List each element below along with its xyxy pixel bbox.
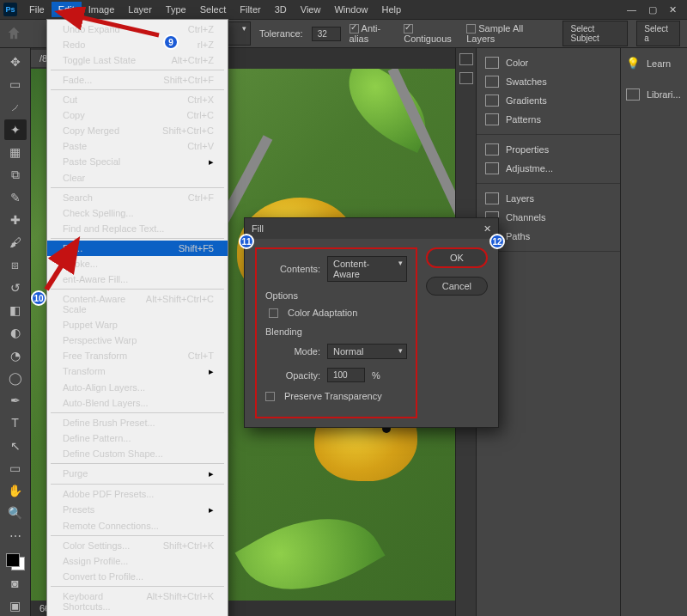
menu-select[interactable]: Select — [193, 2, 234, 17]
path-select-icon[interactable]: ↖ — [4, 436, 27, 456]
mi-copy[interactable]: CopyCtrl+C — [47, 107, 228, 123]
mi-keyboard-shortcuts[interactable]: Keyboard Shortcuts...Alt+Shift+Ctrl+K — [47, 589, 228, 614]
pen-tool-icon[interactable]: ✒ — [4, 390, 27, 411]
menu-window[interactable]: Window — [327, 2, 374, 17]
mi-paste[interactable]: PasteCtrl+V — [47, 138, 228, 154]
panel-gradients[interactable]: Gradients — [477, 91, 620, 110]
mi-paste-special[interactable]: Paste Special — [47, 154, 228, 170]
panel-adjustments[interactable]: Adjustme... — [477, 159, 620, 178]
panel-swatches[interactable]: Swatches — [477, 72, 620, 91]
opacity-pct: % — [372, 370, 380, 381]
panel-properties[interactable]: Properties — [477, 140, 620, 159]
antialias-check[interactable]: Anti-alias — [350, 23, 396, 45]
mi-presets[interactable]: Presets — [47, 502, 228, 518]
gradient-tool-icon[interactable]: ◐ — [4, 322, 27, 343]
cancel-button[interactable]: Cancel — [426, 277, 488, 296]
edit-menu-dropdown: Undo ExpandCtrl+Z Redorl+Z Toggle Last S… — [46, 19, 228, 616]
svg-line-1 — [46, 241, 77, 290]
menu-file[interactable]: File — [22, 2, 52, 17]
screen-mode-icon[interactable]: ▣ — [4, 595, 27, 616]
mode-label: Mode: — [265, 346, 320, 357]
mi-transform[interactable]: Transform — [47, 363, 228, 380]
menu-type[interactable]: Type — [159, 2, 193, 17]
mi-cas[interactable]: Content-Aware ScaleAlt+Shift+Ctrl+C — [47, 291, 228, 317]
mi-auto-blend[interactable]: Auto-Blend Layers... — [47, 395, 228, 411]
mi-spell[interactable]: Check Spelling... — [47, 205, 228, 221]
hand-tool-icon[interactable]: ✋ — [4, 480, 27, 501]
panel-color[interactable]: Color — [477, 53, 620, 72]
close-icon[interactable]: ✕ — [669, 4, 677, 15]
mi-search[interactable]: SearchCtrl+F — [47, 190, 228, 205]
sample-all-check[interactable]: Sample All Layers — [466, 23, 545, 45]
brush-tool-icon[interactable]: 🖌 — [4, 232, 27, 253]
panel-layers[interactable]: Layers — [477, 189, 620, 208]
color-adaptation-check[interactable] — [269, 308, 278, 318]
eraser-tool-icon[interactable]: ◧ — [4, 300, 27, 320]
select-and-mask-button[interactable]: Select a — [636, 21, 680, 46]
magic-wand-tool-icon[interactable]: ✦ — [4, 119, 27, 140]
opacity-input[interactable]: 100 — [327, 368, 365, 382]
move-tool-icon[interactable]: ✥ — [4, 52, 27, 72]
stamp-tool-icon[interactable]: ⧇ — [4, 254, 27, 275]
badge-9: 9 — [163, 34, 179, 50]
mi-copy-merged[interactable]: Copy MergedShift+Ctrl+C — [47, 123, 228, 138]
actions-panel-icon[interactable] — [459, 72, 473, 84]
mi-color-settings[interactable]: Color Settings...Shift+Ctrl+K — [47, 538, 228, 553]
menu-help[interactable]: Help — [375, 2, 409, 17]
annotation-arrow — [41, 234, 93, 294]
dialog-close-icon[interactable]: ✕ — [483, 223, 491, 235]
frame-tool-icon[interactable]: ⧉ — [4, 164, 27, 185]
preserve-transparency-label: Preserve Transparency — [284, 391, 382, 401]
heal-tool-icon[interactable]: ✚ — [4, 210, 27, 230]
contiguous-check[interactable]: Contiguous — [404, 23, 458, 45]
blur-tool-icon[interactable]: ◔ — [4, 345, 27, 365]
select-subject-button[interactable]: Select Subject — [562, 21, 628, 46]
mi-define-brush[interactable]: Define Brush Preset... — [47, 415, 228, 430]
contents-label: Contents: — [265, 264, 320, 274]
minimize-icon[interactable]: — — [627, 4, 636, 15]
contents-dropdown[interactable]: Content-Aware — [327, 256, 407, 282]
mi-remote[interactable]: Remote Connections... — [47, 518, 228, 534]
mi-perspective[interactable]: Perspective Warp — [47, 332, 228, 348]
mi-define-shape[interactable]: Define Custom Shape... — [47, 446, 228, 461]
tolerance-input[interactable]: 32 — [312, 27, 341, 41]
crop-tool-icon[interactable]: ▦ — [4, 142, 27, 162]
home-icon[interactable] — [7, 26, 21, 41]
mode-dropdown[interactable]: Normal — [327, 344, 407, 359]
dialog-titlebar[interactable]: Fill ✕ — [245, 218, 498, 239]
dodge-tool-icon[interactable]: ◯ — [4, 368, 27, 388]
mi-free[interactable]: Free TransformCtrl+T — [47, 348, 228, 363]
ok-button[interactable]: OK — [426, 247, 488, 268]
history-panel-icon[interactable] — [459, 53, 473, 65]
marquee-tool-icon[interactable]: ▭ — [4, 74, 27, 95]
blending-heading: Blending — [265, 326, 407, 337]
panel-patterns[interactable]: Patterns — [477, 110, 620, 129]
menu-view[interactable]: View — [294, 2, 328, 17]
mi-clear[interactable]: Clear — [47, 170, 228, 186]
mi-fade[interactable]: Fade...Shift+Ctrl+F — [47, 72, 228, 88]
mi-cut[interactable]: CutCtrl+X — [47, 92, 228, 107]
history-brush-icon[interactable]: ↺ — [4, 278, 27, 298]
mi-pdf-presets[interactable]: Adobe PDF Presets... — [47, 486, 228, 502]
panel-libraries[interactable]: Librari... — [624, 85, 684, 104]
type-tool-icon[interactable]: T — [4, 412, 27, 433]
maximize-icon[interactable]: ▢ — [648, 4, 657, 15]
lasso-tool-icon[interactable]: ⟋ — [4, 97, 27, 118]
mi-assign-profile[interactable]: Assign Profile... — [47, 553, 228, 569]
eyedropper-tool-icon[interactable]: ✎ — [4, 187, 27, 208]
menu-3d[interactable]: 3D — [268, 2, 294, 17]
mi-purge[interactable]: Purge — [47, 466, 228, 482]
mi-puppet[interactable]: Puppet Warp — [47, 317, 228, 332]
mi-convert-profile[interactable]: Convert to Profile... — [47, 569, 228, 584]
zoom-tool-icon[interactable]: 🔍 — [4, 503, 27, 523]
menu-filter[interactable]: Filter — [233, 2, 267, 17]
mi-define-pattern[interactable]: Define Pattern... — [47, 430, 228, 446]
panel-learn[interactable]: 💡Learn — [624, 53, 684, 73]
more-tools-icon[interactable]: ⋯ — [4, 526, 27, 546]
rectangle-tool-icon[interactable]: ▭ — [4, 458, 27, 479]
mi-toggle[interactable]: Toggle Last StateAlt+Ctrl+Z — [47, 52, 228, 68]
color-swatch[interactable] — [6, 553, 25, 571]
mi-auto-align[interactable]: Auto-Align Layers... — [47, 380, 228, 395]
tolerance-label: Tolerance: — [259, 28, 303, 39]
mask-mode-icon[interactable]: ◙ — [4, 572, 27, 593]
